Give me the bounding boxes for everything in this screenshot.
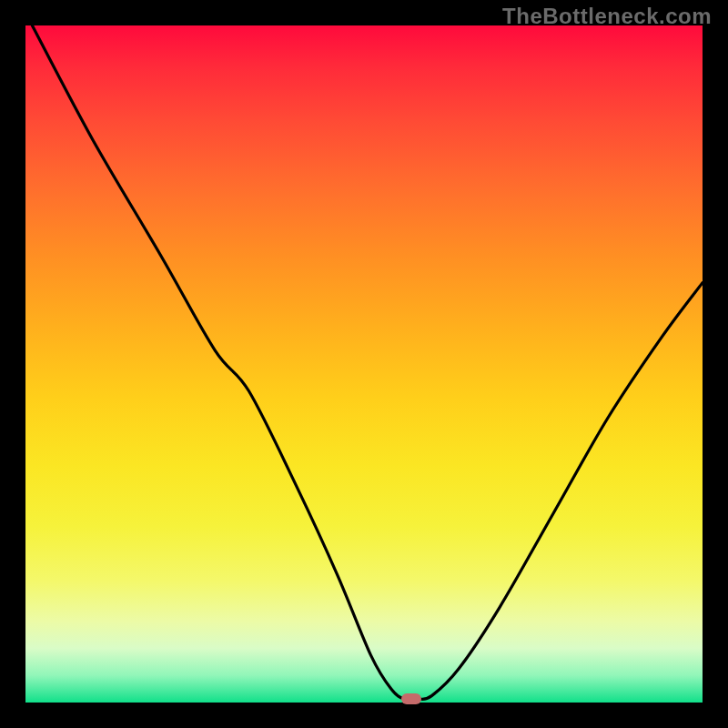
chart-frame: TheBottleneck.com <box>0 0 728 728</box>
plot-area <box>25 25 703 703</box>
bottleneck-curve <box>25 25 703 703</box>
watermark-text: TheBottleneck.com <box>502 4 712 29</box>
minimum-marker <box>401 693 421 704</box>
